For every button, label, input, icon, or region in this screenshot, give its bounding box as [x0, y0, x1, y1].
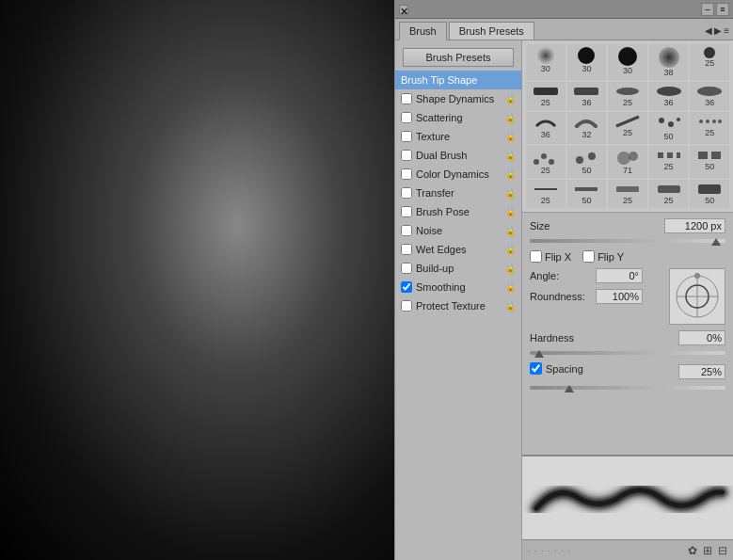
tab-next-arrow[interactable]: ▶ [714, 25, 722, 36]
hardness-slider[interactable] [530, 351, 725, 355]
spacing-slider[interactable] [530, 386, 725, 390]
brush-preview-3 [618, 47, 637, 66]
svg-point-12 [718, 120, 722, 123]
svg-point-9 [699, 120, 703, 123]
sidebar-item-texture[interactable]: Texture 🔒 [395, 127, 521, 146]
brush-cell-11[interactable]: 36 [526, 112, 566, 144]
status-icons: ✿ ⊞ ⊟ [688, 544, 727, 557]
brush-cell-2[interactable]: 30 [567, 44, 607, 80]
protect-texture-checkbox[interactable] [401, 300, 412, 312]
flip-x-option: Flip X [530, 250, 571, 263]
color-dynamics-checkbox[interactable] [401, 168, 412, 180]
size-row: Size [530, 218, 725, 233]
brush-cell-19[interactable]: 25 [649, 146, 689, 178]
spacing-input[interactable] [678, 364, 725, 379]
brush-cell-3[interactable]: 30 [608, 44, 647, 80]
brush-cell-1[interactable]: 30 [526, 44, 566, 80]
brush-pose-checkbox[interactable] [401, 206, 412, 217]
sidebar-item-protect-texture[interactable]: Protect Texture 🔒 [395, 296, 521, 315]
transfer-checkbox[interactable] [401, 187, 412, 199]
brush-presets-button[interactable]: Brush Presets [403, 48, 514, 67]
roundness-input[interactable] [596, 289, 643, 304]
sidebar-item-dual-brush[interactable]: Dual Brush 🔒 [395, 146, 521, 165]
grid-icon[interactable]: ⊞ [703, 544, 712, 557]
angle-input[interactable] [596, 268, 643, 283]
size-slider[interactable] [530, 239, 725, 243]
brush-grid: 30 30 30 38 [522, 40, 733, 213]
minimize-button[interactable]: – [701, 3, 714, 16]
tab-brush[interactable]: Brush [399, 22, 447, 40]
brush-preview-4 [659, 47, 679, 68]
build-up-checkbox[interactable] [401, 263, 412, 274]
sidebar-item-wet-edges[interactable]: Wet Edges 🔒 [395, 240, 521, 259]
brush-cell-4[interactable]: 38 [649, 44, 689, 80]
brush-cell-23[interactable]: 25 [608, 180, 647, 208]
brush-controls: Size Flip X Fl [522, 213, 733, 455]
smoothing-checkbox[interactable] [401, 281, 412, 293]
canvas-area [0, 0, 395, 560]
wet-edges-checkbox[interactable] [401, 244, 412, 255]
sidebar-item-scattering[interactable]: Scattering 🔒 [395, 108, 521, 127]
brush-cell-13[interactable]: 25 [608, 112, 647, 144]
brush-cell-21[interactable]: 25 [526, 180, 566, 208]
brush-cell-8[interactable]: 25 [608, 82, 647, 110]
svg-rect-0 [534, 88, 558, 95]
sidebar-item-build-up[interactable]: Build-up 🔒 [395, 259, 521, 278]
brush-sidebar: Brush Presets Brush Tip Shape Shape Dyna… [395, 40, 522, 560]
lock-icon: 🔒 [505, 132, 516, 141]
brush-cell-15[interactable]: 25 [690, 112, 729, 144]
brush-cell-10[interactable]: 36 [690, 82, 729, 110]
angle-roundness-controls: Angle: Roundness: [530, 268, 661, 310]
lock-icon: 🔒 [505, 113, 516, 122]
svg-point-8 [677, 118, 680, 121]
noise-checkbox[interactable] [401, 225, 412, 236]
brush-cell-24[interactable]: 25 [649, 180, 689, 208]
brush-cell-22[interactable]: 50 [567, 180, 607, 208]
svg-rect-21 [667, 152, 673, 158]
svg-rect-29 [698, 184, 721, 194]
brush-cell-12[interactable]: 32 [567, 112, 607, 144]
sidebar-item-label: Texture [416, 131, 503, 142]
svg-point-11 [712, 120, 716, 123]
dual-brush-checkbox[interactable] [401, 150, 412, 161]
brush-preview-21 [533, 183, 559, 196]
brush-cell-9[interactable]: 36 [649, 82, 689, 110]
close-button[interactable]: ✕ [399, 5, 408, 14]
flip-x-checkbox[interactable] [530, 250, 542, 263]
sidebar-item-noise[interactable]: Noise 🔒 [395, 221, 521, 240]
svg-point-15 [549, 159, 554, 165]
sidebar-item-transfer[interactable]: Transfer 🔒 [395, 184, 521, 202]
brush-cell-20[interactable]: 50 [690, 146, 729, 178]
flip-y-checkbox[interactable] [582, 250, 595, 263]
brush-cell-14[interactable]: 50 [649, 112, 689, 144]
tab-brush-presets[interactable]: Brush Presets [449, 22, 534, 40]
brush-cell-18[interactable]: 71 [608, 146, 647, 178]
scattering-checkbox[interactable] [401, 112, 412, 123]
lock-icon: 🔒 [505, 301, 516, 311]
brush-cell-16[interactable]: 25 [526, 146, 566, 178]
brush-cell-17[interactable]: 50 [567, 146, 607, 178]
sidebar-item-color-dynamics[interactable]: Color Dynamics 🔒 [395, 165, 521, 184]
tab-prev-arrow[interactable]: ◀ [705, 25, 712, 36]
hardness-input[interactable] [678, 330, 725, 345]
brush-cell-6[interactable]: 25 [526, 82, 566, 110]
brush-shape-preview[interactable] [669, 268, 725, 325]
brush-cell-25[interactable]: 50 [690, 180, 729, 208]
sidebar-item-shape-dynamics[interactable]: Shape Dynamics 🔒 [395, 89, 521, 108]
brush-cell-5[interactable]: 25 [690, 44, 729, 80]
size-input[interactable] [664, 218, 725, 233]
shape-dynamics-checkbox[interactable] [401, 93, 412, 104]
brush-cell-7[interactable]: 36 [567, 82, 607, 110]
spacing-checkbox[interactable] [530, 362, 542, 375]
sidebar-item-smoothing[interactable]: Smoothing 🔒 [395, 278, 521, 296]
tab-menu-arrow[interactable]: ≡ [724, 25, 729, 36]
svg-point-10 [706, 120, 709, 123]
panel-icon[interactable]: ⊟ [718, 544, 727, 557]
brush-preview-8 [614, 85, 641, 98]
sidebar-item-brush-tip-shape[interactable]: Brush Tip Shape [395, 71, 521, 89]
spacing-checkbox-row: Spacing [530, 362, 583, 375]
texture-checkbox[interactable] [401, 131, 412, 142]
menu-button[interactable]: ≡ [716, 3, 729, 16]
flower-icon[interactable]: ✿ [688, 544, 697, 557]
sidebar-item-brush-pose[interactable]: Brush Pose 🔒 [395, 202, 521, 221]
